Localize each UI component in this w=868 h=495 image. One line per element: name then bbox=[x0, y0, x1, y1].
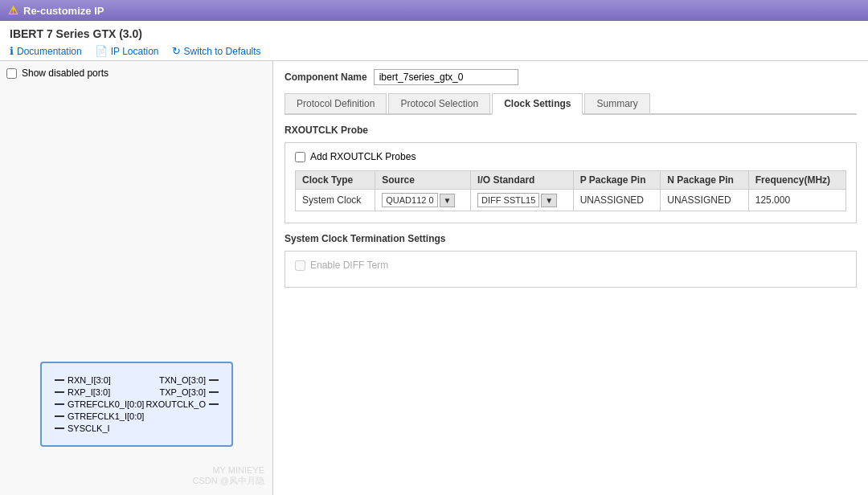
tabs: Protocol Definition Protocol Selection C… bbox=[285, 93, 857, 115]
component-name-label: Component Name bbox=[285, 72, 367, 83]
rxp-left-port: RXP_I[3:0] bbox=[55, 387, 110, 397]
table-row: System Clock QUAD112 0 ▼ DIFF SSTL15 bbox=[296, 190, 846, 211]
port-row-sysclk: SYSCLK_I bbox=[55, 423, 219, 433]
header: IBERT 7 Series GTX (3.0) ℹ Documentation… bbox=[0, 21, 868, 61]
txp-right-port: TXP_O[3:0] bbox=[160, 387, 219, 397]
port-row-rxp: RXP_I[3:0] TXP_O[3:0] bbox=[55, 387, 219, 397]
cell-source[interactable]: QUAD112 0 ▼ bbox=[375, 190, 471, 211]
rxoutclk-line bbox=[209, 403, 219, 405]
col-io-standard: I/O Standard bbox=[471, 171, 574, 190]
rxoutclk-section: Add RXOUTCLK Probes Clock Type Source I/… bbox=[285, 142, 857, 223]
ip-location-button[interactable]: 📄 IP Location bbox=[95, 45, 159, 57]
title-bar-label: Re-customize IP bbox=[23, 5, 104, 17]
cell-io-standard[interactable]: DIFF SSTL15 ▼ bbox=[471, 190, 574, 211]
rxoutclk-label: RXOUTCLK_O bbox=[145, 399, 206, 409]
documentation-label: Documentation bbox=[17, 46, 82, 57]
io-standard-dropdown-arrow[interactable]: ▼ bbox=[541, 194, 557, 207]
enable-diff-term-row: Enable DIFF Term bbox=[295, 260, 846, 271]
app-title: IBERT 7 Series GTX (3.0) bbox=[10, 27, 858, 40]
gtrefclk1-label: GTREFCLK1_I[0:0] bbox=[68, 411, 144, 421]
toolbar: ℹ Documentation 📄 IP Location ↻ Switch t… bbox=[10, 45, 858, 57]
rxn-line bbox=[55, 379, 64, 381]
col-n-package-pin: N Package Pin bbox=[661, 171, 749, 190]
component-name-input[interactable] bbox=[374, 69, 518, 85]
rxoutclk-section-title: RXOUTCLK Probe bbox=[285, 125, 857, 136]
txp-line bbox=[209, 391, 219, 393]
cell-p-package-pin: UNASSIGNED bbox=[573, 190, 661, 211]
col-p-package-pin: P Package Pin bbox=[573, 171, 661, 190]
refresh-icon: ↻ bbox=[172, 45, 181, 57]
watermark-line2: CSDN @风中月隐 bbox=[193, 475, 264, 487]
ip-location-label: IP Location bbox=[111, 46, 159, 57]
right-panel: Component Name Protocol Definition Proto… bbox=[273, 61, 868, 495]
add-rxoutclk-probes-checkbox[interactable] bbox=[295, 152, 305, 162]
col-clock-type: Clock Type bbox=[296, 171, 375, 190]
gtrefclk0-left-port: GTREFCLK0_I[0:0] bbox=[55, 399, 144, 409]
enable-diff-term-label: Enable DIFF Term bbox=[310, 260, 388, 271]
port-row-gtrefclk0: GTREFCLK0_I[0:0] RXOUTCLK_O bbox=[55, 399, 219, 409]
tab-protocol-definition[interactable]: Protocol Definition bbox=[285, 93, 387, 113]
gtrefclk0-label: GTREFCLK0_I[0:0] bbox=[68, 399, 144, 409]
cell-clock-type: System Clock bbox=[296, 190, 375, 211]
title-bar-warn-icon: ⚠ bbox=[8, 4, 18, 17]
add-rxoutclk-probes-row: Add RXOUTCLK Probes bbox=[295, 151, 846, 162]
source-dropdown-arrow[interactable]: ▼ bbox=[440, 194, 456, 207]
rxoutclk-right-port: RXOUTCLK_O bbox=[145, 399, 219, 409]
show-disabled-ports-label: Show disabled ports bbox=[22, 68, 108, 79]
show-disabled-ports-row: Show disabled ports bbox=[6, 68, 266, 79]
source-dropdown-value: QUAD112 0 bbox=[382, 193, 437, 207]
main-container: IBERT 7 Series GTX (3.0) ℹ Documentation… bbox=[0, 21, 868, 495]
source-dropdown[interactable]: QUAD112 0 ▼ bbox=[382, 193, 464, 207]
add-rxoutclk-probes-label: Add RXOUTCLK Probes bbox=[310, 151, 416, 162]
info-icon: ℹ bbox=[10, 45, 14, 57]
gtrefclk1-left-port: GTREFCLK1_I[0:0] bbox=[55, 411, 144, 421]
watermark-line1: MY MINIEYE bbox=[193, 465, 264, 475]
sys-clk-section-title: System Clock Termination Settings bbox=[285, 233, 857, 244]
sys-clk-section: Enable DIFF Term bbox=[285, 251, 857, 288]
sysclk-label: SYSCLK_I bbox=[68, 423, 110, 433]
txn-line bbox=[209, 379, 219, 381]
rxp-line bbox=[55, 391, 64, 393]
title-bar: ⚠ Re-customize IP bbox=[0, 0, 868, 21]
tab-summary[interactable]: Summary bbox=[584, 93, 649, 113]
component-diagram: RXN_I[3:0] TXN_O[3:0] RXP_I[3:0] bbox=[40, 362, 233, 447]
sysclk-left-port: SYSCLK_I bbox=[55, 423, 110, 433]
port-row-gtrefclk1: GTREFCLK1_I[0:0] bbox=[55, 411, 219, 421]
watermark: MY MINIEYE CSDN @风中月隐 bbox=[193, 465, 264, 487]
component-name-row: Component Name bbox=[285, 69, 857, 85]
left-panel: Show disabled ports RXN_I[3:0] TXN_O[3:0… bbox=[0, 61, 273, 495]
gtrefclk1-line bbox=[55, 415, 64, 417]
switch-to-defaults-button[interactable]: ↻ Switch to Defaults bbox=[172, 45, 261, 57]
txn-right-port: TXN_O[3:0] bbox=[159, 375, 219, 385]
rxp-label: RXP_I[3:0] bbox=[68, 387, 110, 397]
switch-to-defaults-label: Switch to Defaults bbox=[184, 46, 261, 57]
sysclk-line bbox=[55, 428, 64, 429]
component-box: RXN_I[3:0] TXN_O[3:0] RXP_I[3:0] bbox=[40, 362, 233, 447]
col-source: Source bbox=[375, 171, 471, 190]
gtrefclk0-line bbox=[55, 403, 64, 405]
content-area: Show disabled ports RXN_I[3:0] TXN_O[3:0… bbox=[0, 61, 868, 495]
col-frequency: Frequency(MHz) bbox=[748, 171, 845, 190]
enable-diff-term-checkbox[interactable] bbox=[295, 260, 305, 271]
io-standard-dropdown-value: DIFF SSTL15 bbox=[477, 193, 539, 207]
rxn-left-port: RXN_I[3:0] bbox=[55, 375, 111, 385]
show-disabled-ports-checkbox[interactable] bbox=[6, 68, 17, 79]
txn-label: TXN_O[3:0] bbox=[159, 375, 206, 385]
cell-n-package-pin: UNASSIGNED bbox=[661, 190, 749, 211]
rxoutclk-table: Clock Type Source I/O Standard P Package… bbox=[295, 170, 846, 211]
cell-frequency: 125.000 bbox=[748, 190, 845, 211]
port-row-rxn: RXN_I[3:0] TXN_O[3:0] bbox=[55, 375, 219, 385]
location-icon: 📄 bbox=[95, 45, 108, 57]
tab-protocol-selection[interactable]: Protocol Selection bbox=[388, 93, 490, 113]
documentation-button[interactable]: ℹ Documentation bbox=[10, 45, 82, 57]
rxn-label: RXN_I[3:0] bbox=[68, 375, 111, 385]
tab-clock-settings[interactable]: Clock Settings bbox=[492, 93, 583, 115]
txp-label: TXP_O[3:0] bbox=[160, 387, 206, 397]
io-standard-dropdown[interactable]: DIFF SSTL15 ▼ bbox=[477, 193, 567, 207]
